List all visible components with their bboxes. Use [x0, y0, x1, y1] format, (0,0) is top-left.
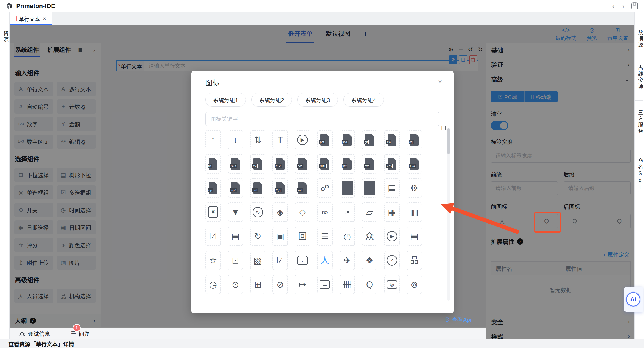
scrollbar-thumb[interactable]: [448, 128, 450, 154]
close-dialog-icon[interactable]: ×: [438, 78, 442, 86]
yuan-card-icon: ¥: [208, 206, 218, 218]
scan-frame-icon[interactable]: ⊡: [228, 251, 243, 270]
file-swf-icon: swf: [254, 182, 262, 194]
people-icon[interactable]: 众: [362, 226, 377, 246]
icon-search-input[interactable]: [206, 112, 440, 126]
clock-icon[interactable]: ◷: [206, 275, 221, 294]
archive-check-icon[interactable]: ☑: [272, 251, 288, 270]
save-icon[interactable]: [631, 2, 638, 10]
gem-pentagon-icon[interactable]: ◇: [295, 202, 310, 222]
ai-assistant-button[interactable]: Ai: [624, 287, 643, 312]
screen-scan-icon[interactable]: 回: [295, 226, 310, 246]
doc-tab-single-line-text[interactable]: 单行文本 ×: [10, 12, 52, 25]
form-edit-icon: ▤: [388, 184, 396, 192]
file-ppt-icon[interactable]: ppt: [317, 130, 332, 150]
pulse-circle-icon[interactable]: ∿: [250, 202, 266, 222]
target-bubble-icon[interactable]: ◎: [384, 275, 400, 294]
comment-lines-icon[interactable]: ＝: [317, 275, 332, 294]
group-tab-系统分组4[interactable]: 系统分组4: [344, 93, 384, 106]
image-icon[interactable]: ▧: [250, 251, 266, 270]
file-type-label: ppt: [319, 140, 325, 144]
search-icon[interactable]: Q: [362, 275, 377, 294]
file-swf-icon[interactable]: swf: [250, 178, 266, 198]
copy-list-icon[interactable]: ▥: [406, 202, 422, 222]
file-richtext-icon[interactable]: 图文: [272, 154, 288, 174]
file-zip-icon[interactable]: zip: [206, 178, 221, 198]
page-settings-icon[interactable]: ⚙: [406, 178, 422, 198]
folder-list-icon[interactable]: ▱: [362, 202, 377, 222]
triangle-logo-icon[interactable]: ▼: [228, 202, 243, 222]
clipboard-clock-icon: ▣: [276, 232, 284, 240]
sort-az-icon[interactable]: ⇅: [250, 130, 266, 150]
file-gif-icon: gif: [365, 134, 374, 146]
file-doc-icon[interactable]: doc: [295, 154, 310, 174]
view-api-link[interactable]: ◎ 查看Api: [444, 315, 471, 323]
file-mp3-icon[interactable]: mp3: [228, 178, 243, 198]
file-sql-icon[interactable]: sql: [406, 130, 422, 150]
right-strip-item[interactable]: 命名Sql: [636, 158, 644, 191]
close-tab-icon[interactable]: ×: [43, 16, 46, 22]
right-strip-item[interactable]: 离线资源: [636, 65, 644, 90]
clock-oval-icon[interactable]: ◷: [340, 226, 355, 246]
debug-info-item[interactable]: 调试信息: [19, 330, 50, 338]
right-strip-item[interactable]: 数据源: [636, 30, 644, 48]
nav-forward-icon[interactable]: ›: [622, 2, 624, 10]
file-archive-icon[interactable]: 归档: [406, 154, 422, 174]
file-exe-icon: exe: [365, 158, 374, 170]
file-gif-icon[interactable]: gif: [362, 130, 377, 150]
file-exe-icon[interactable]: exe: [362, 154, 377, 174]
play-search-icon[interactable]: ⊚: [406, 275, 422, 294]
group-tab-系统分组3[interactable]: 系统分组3: [298, 93, 338, 106]
logout-icon[interactable]: ↦: [295, 275, 310, 294]
file-attachment-icon[interactable]: 附件: [317, 154, 332, 174]
clipboard-list-icon[interactable]: ▤: [228, 226, 243, 246]
calendar-list-icon[interactable]: ▦: [384, 202, 400, 222]
file-txt-icon[interactable]: txt: [206, 154, 221, 174]
file-image-icon[interactable]: 图片: [272, 178, 288, 198]
file-avi-icon[interactable]: avi: [250, 154, 266, 174]
sitemap-icon[interactable]: 品: [406, 251, 422, 270]
person-check-icon[interactable]: 人: [317, 251, 332, 270]
file-link-icon[interactable]: 链接: [228, 154, 243, 174]
dialog-title: 图标: [206, 77, 220, 87]
doc-text-icon[interactable]: ▤: [406, 226, 422, 246]
gauge-icon[interactable]: ◔: [340, 202, 355, 222]
group-tab-系统分组2[interactable]: 系统分组2: [252, 93, 292, 106]
solid-rect-icon[interactable]: [340, 178, 355, 198]
play-circle-icon[interactable]: ▶: [295, 130, 310, 150]
paper-plane-icon[interactable]: ✈: [340, 251, 355, 270]
sliders-icon[interactable]: ☰: [317, 226, 332, 246]
yuan-card-icon[interactable]: ¥: [206, 202, 221, 222]
comment-dots-icon[interactable]: …: [295, 251, 310, 270]
ban-icon[interactable]: ⊘: [272, 275, 288, 294]
file-xls-icon[interactable]: xls: [384, 130, 400, 150]
star-icon[interactable]: ☆: [206, 251, 221, 270]
file-pdf-icon[interactable]: pdf: [340, 154, 355, 174]
expand-window-icon[interactable]: ❏: [441, 125, 446, 131]
form-edit-icon[interactable]: ▤: [384, 178, 400, 198]
broken-link-icon[interactable]: ☍: [317, 178, 332, 198]
hexagon-logo-icon[interactable]: ◈: [272, 202, 288, 222]
solid-rect-icon[interactable]: [362, 178, 377, 198]
book-ribbon-icon[interactable]: 冊: [340, 275, 355, 294]
tshirt-icon[interactable]: T: [272, 130, 288, 150]
podcast-icon[interactable]: ⊙: [228, 275, 243, 294]
file-xml-icon[interactable]: xml: [295, 178, 310, 198]
bookmark-plus-icon[interactable]: ⊞: [250, 275, 266, 294]
person-clock-icon[interactable]: ↻: [250, 226, 266, 246]
chain-link-icon[interactable]: ∞: [317, 202, 332, 222]
right-strip-item[interactable]: 三方服务: [636, 110, 644, 134]
nav-back-icon[interactable]: ‹: [612, 2, 615, 10]
clipboard-clock-icon[interactable]: ▣: [272, 226, 288, 246]
arrow-down-icon[interactable]: ↓: [228, 130, 243, 150]
file-eps-icon[interactable]: eps: [384, 154, 400, 174]
file-psd-icon[interactable]: psd: [340, 130, 355, 150]
resource-strip-label[interactable]: 资源: [2, 31, 10, 43]
clock-oval-icon: ◷: [344, 232, 351, 240]
group-tab-系统分组1[interactable]: 系统分组1: [206, 93, 246, 106]
checklist-card-icon[interactable]: ☑: [206, 226, 221, 246]
play-solid-icon[interactable]: ▶: [384, 226, 400, 246]
badge-check-icon[interactable]: ✓: [384, 251, 400, 270]
arrow-up-icon[interactable]: ↑: [206, 130, 221, 150]
shield-key-icon[interactable]: ❖: [362, 251, 377, 270]
